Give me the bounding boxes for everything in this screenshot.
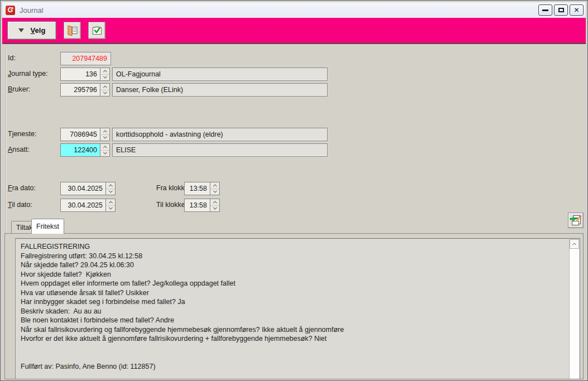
edit-journal-button[interactable] bbox=[568, 213, 584, 228]
bruker-name-field[interactable]: Danser, Folke (ELink) bbox=[112, 83, 327, 97]
chevron-up-icon bbox=[103, 70, 107, 74]
journal-type-spin-down[interactable] bbox=[100, 75, 109, 81]
open-journal-icon bbox=[66, 25, 79, 37]
id-field[interactable]: 207947489 bbox=[60, 52, 111, 65]
til-klokken-input[interactable]: 13:58 bbox=[184, 199, 210, 212]
edit-journal-icon bbox=[569, 214, 582, 227]
bruker-spin-up[interactable] bbox=[100, 84, 109, 90]
fra-klokken-input[interactable]: 13:58 bbox=[184, 182, 210, 195]
minimize-icon bbox=[542, 9, 548, 11]
tjeneste-label: Tjeneste: bbox=[8, 130, 36, 138]
chevron-down-icon bbox=[103, 135, 107, 139]
bruker-code-input[interactable]: 295796 bbox=[60, 83, 100, 97]
journal-type-label: Journal type: bbox=[8, 70, 48, 78]
ansatt-code-input[interactable]: 122400 bbox=[60, 143, 100, 157]
toolbar: Velg bbox=[2, 18, 586, 44]
chevron-up-icon bbox=[108, 201, 112, 205]
scroll-up-button[interactable] bbox=[570, 239, 579, 249]
til-dato-spin-down[interactable] bbox=[106, 206, 115, 212]
chevron-up-icon bbox=[103, 130, 107, 134]
chevron-up-icon bbox=[572, 243, 576, 247]
dropdown-arrow-icon bbox=[18, 28, 24, 32]
velg-button[interactable]: Velg bbox=[7, 21, 56, 40]
ansatt-spin-up[interactable] bbox=[100, 144, 109, 151]
ansatt-name-field[interactable]: ELISE bbox=[112, 143, 327, 157]
fra-klokken-spin-up[interactable] bbox=[210, 182, 219, 189]
fra-dato-spin-down[interactable] bbox=[106, 189, 115, 195]
approve-journal-button[interactable] bbox=[88, 22, 105, 39]
chevron-down-icon bbox=[103, 151, 107, 155]
ansatt-label: Ansatt: bbox=[8, 146, 30, 153]
til-dato-spin-up[interactable] bbox=[106, 199, 115, 206]
chevron-up-icon bbox=[103, 85, 107, 89]
chevron-down-icon bbox=[213, 206, 216, 210]
ansatt-spin-down[interactable] bbox=[100, 151, 109, 157]
journal-type-name-field[interactable]: OL-Fagjournal bbox=[112, 67, 327, 81]
chevron-up-icon bbox=[103, 146, 107, 149]
velg-label: Velg bbox=[31, 26, 46, 35]
chevron-down-icon bbox=[213, 189, 216, 193]
fra-dato-spin-up[interactable] bbox=[106, 182, 115, 189]
fritekst-textarea[interactable]: FALLREGISTRERING Fallregistrering utført… bbox=[15, 238, 580, 379]
tjeneste-spin-down[interactable] bbox=[100, 135, 109, 141]
app-logo-icon: G bbox=[6, 6, 15, 15]
journal-type-code-input[interactable]: 136 bbox=[60, 67, 100, 81]
tjeneste-name-field[interactable]: korttidsopphold - avlastning (eldre) bbox=[112, 128, 327, 141]
maximize-icon bbox=[558, 8, 564, 12]
window-title: Journal bbox=[20, 6, 44, 15]
form-area: Id: 207947489 Journal type: 136 OL-Fagjo… bbox=[2, 44, 586, 378]
minimize-button[interactable] bbox=[538, 4, 552, 16]
vertical-scrollbar[interactable] bbox=[569, 239, 579, 379]
tjeneste-spin-up[interactable] bbox=[100, 128, 109, 135]
fra-dato-label: Fra dato: bbox=[8, 184, 36, 192]
chevron-down-icon bbox=[103, 75, 107, 79]
bruker-spin-down[interactable] bbox=[100, 90, 109, 97]
journal-window: G Journal ✕ Velg bbox=[0, 0, 588, 381]
fra-dato-input[interactable]: 30.04.2025 bbox=[60, 182, 106, 195]
titlebar: G Journal ✕ bbox=[2, 2, 586, 18]
approve-journal-icon bbox=[91, 25, 103, 37]
chevron-up-icon bbox=[108, 184, 112, 188]
id-label: Id: bbox=[8, 54, 16, 62]
open-journal-button[interactable] bbox=[64, 22, 81, 39]
chevron-up-icon bbox=[213, 184, 216, 188]
bruker-label: Bruker: bbox=[8, 85, 30, 93]
tjeneste-code-input[interactable]: 7086945 bbox=[60, 128, 100, 141]
fritekst-text: FALLREGISTRERING Fallregistrering utført… bbox=[21, 242, 565, 379]
til-klokken-spin-down[interactable] bbox=[210, 206, 219, 212]
close-button[interactable]: ✕ bbox=[570, 4, 584, 16]
close-icon: ✕ bbox=[573, 6, 579, 14]
tab-fritekst[interactable]: Fritekst bbox=[31, 219, 64, 234]
maximize-button[interactable] bbox=[554, 4, 568, 16]
til-dato-input[interactable]: 30.04.2025 bbox=[60, 199, 106, 212]
fra-klokken-spin-down[interactable] bbox=[210, 189, 219, 195]
chevron-down-icon bbox=[108, 206, 112, 210]
journal-type-spin-up[interactable] bbox=[100, 68, 109, 75]
til-dato-label: Til dato: bbox=[8, 201, 32, 209]
chevron-up-icon bbox=[213, 201, 216, 205]
chevron-down-icon bbox=[103, 90, 107, 94]
chevron-down-icon bbox=[108, 189, 112, 193]
til-klokken-spin-up[interactable] bbox=[210, 199, 219, 206]
